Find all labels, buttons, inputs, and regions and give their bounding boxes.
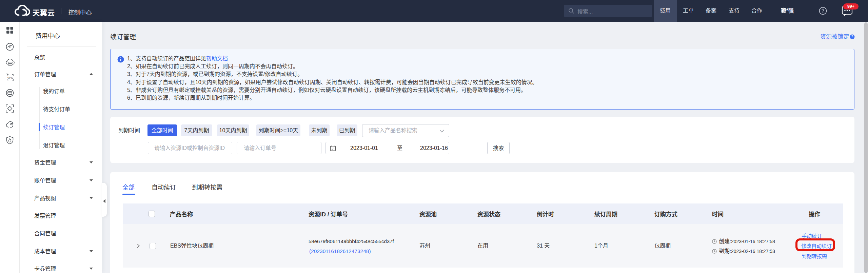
svg-text:?: ?: [851, 35, 853, 39]
svg-text:VPC: VPC: [7, 76, 13, 79]
